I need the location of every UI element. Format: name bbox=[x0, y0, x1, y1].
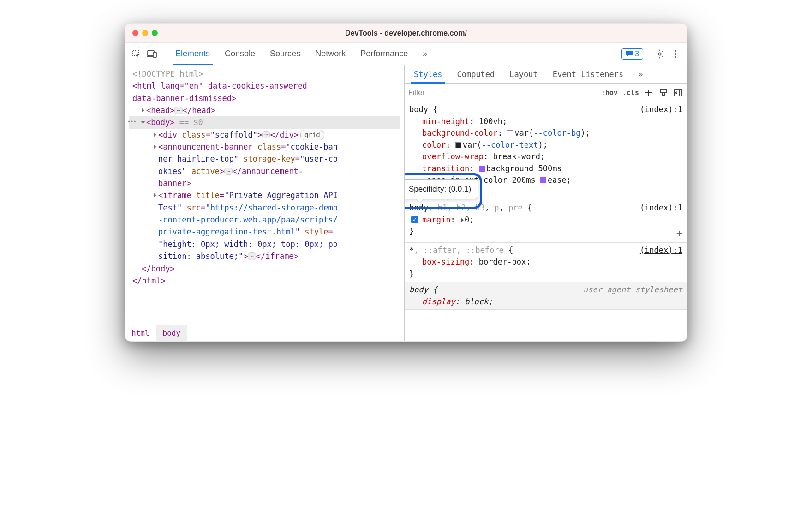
main-content: <!DOCTYPE html> <html lang="en" data-coo… bbox=[125, 65, 687, 341]
div-scaffold-node[interactable]: <div class="scaffold">⋯</div>grid bbox=[129, 129, 400, 141]
tab-sources[interactable]: Sources bbox=[263, 43, 307, 65]
source-link[interactable]: (index):1 bbox=[640, 245, 682, 257]
css-rule-ua[interactable]: body { user agent stylesheet display: bl… bbox=[405, 282, 687, 310]
dom-tree[interactable]: <!DOCTYPE html> <html lang="en" data-coo… bbox=[125, 65, 404, 325]
property-checkbox[interactable] bbox=[411, 216, 418, 223]
new-rule-icon[interactable] bbox=[644, 88, 654, 98]
inspect-icon[interactable] bbox=[130, 47, 143, 61]
stabs-overflow[interactable]: » bbox=[633, 65, 648, 84]
add-property-icon[interactable]: + bbox=[676, 225, 682, 240]
tab-console[interactable]: Console bbox=[218, 43, 262, 65]
brush-icon[interactable] bbox=[658, 88, 669, 98]
svg-rect-11 bbox=[661, 89, 666, 93]
tab-performance[interactable]: Performance bbox=[354, 43, 414, 65]
svg-rect-3 bbox=[153, 52, 156, 57]
html-close[interactable]: </html> bbox=[129, 275, 400, 287]
stab-styles[interactable]: Styles bbox=[408, 65, 448, 84]
specificity-tooltip: Specificity: (0,0,1) bbox=[405, 173, 482, 209]
cls-toggle[interactable]: .cls bbox=[622, 89, 639, 97]
svg-point-7 bbox=[675, 56, 676, 58]
stab-computed[interactable]: Computed bbox=[451, 65, 500, 84]
layout-pill[interactable]: grid bbox=[300, 130, 324, 141]
hov-toggle[interactable]: :hov bbox=[601, 89, 618, 97]
styles-tabs: Styles Computed Layout Event Listeners » bbox=[405, 65, 687, 84]
ua-source: user agent stylesheet bbox=[583, 284, 682, 296]
styles-pane: Styles Computed Layout Event Listeners »… bbox=[405, 65, 687, 341]
kebab-icon[interactable] bbox=[669, 47, 682, 61]
crumb-html[interactable]: html bbox=[125, 325, 156, 341]
source-link[interactable]: (index):1 bbox=[640, 104, 682, 116]
svg-point-4 bbox=[658, 53, 661, 55]
html-open-2[interactable]: data-banner-dismissed> bbox=[129, 92, 400, 104]
head-node[interactable]: <head>⋯</head> bbox=[129, 104, 400, 116]
tab-elements[interactable]: Elements bbox=[169, 43, 216, 65]
device-toolbar-icon[interactable] bbox=[145, 47, 159, 61]
body-node-selected[interactable]: <body> == $0 bbox=[129, 116, 400, 128]
html-open[interactable]: <html lang="en" data-cookies-answered bbox=[129, 80, 400, 92]
styles-filter-bar: :hov .cls bbox=[405, 84, 687, 102]
css-rules: body { (index):1 min-height: 100vh; back… bbox=[405, 102, 687, 341]
stab-event-listeners[interactable]: Event Listeners bbox=[547, 65, 629, 84]
devtools-window: DevTools - developer.chrome.com/ Element… bbox=[125, 23, 687, 342]
svg-point-6 bbox=[675, 53, 676, 55]
body-close[interactable]: </body> bbox=[129, 263, 400, 275]
issues-badge[interactable]: 3 bbox=[621, 48, 643, 60]
titlebar: DevTools - developer.chrome.com/ bbox=[125, 24, 687, 43]
dom-pane: <!DOCTYPE html> <html lang="en" data-coo… bbox=[125, 65, 405, 341]
doctype-node[interactable]: <!DOCTYPE html> bbox=[129, 68, 400, 80]
issues-count: 3 bbox=[635, 50, 639, 58]
window-title: DevTools - developer.chrome.com/ bbox=[125, 29, 687, 37]
stab-layout[interactable]: Layout bbox=[504, 65, 543, 84]
announcement-banner-node[interactable]: <announcement-banner class="cookie-ban bbox=[129, 141, 400, 153]
panel-toggle-icon[interactable] bbox=[673, 88, 683, 98]
tabs-overflow[interactable]: » bbox=[416, 43, 434, 65]
separator bbox=[164, 48, 164, 60]
iframe-node[interactable]: <iframe title="Private Aggregation API bbox=[129, 189, 400, 201]
svg-point-5 bbox=[675, 50, 676, 52]
breadcrumb: html body bbox=[125, 325, 404, 341]
styles-filter-input[interactable] bbox=[408, 89, 597, 97]
separator bbox=[648, 48, 648, 60]
main-toolbar: Elements Console Sources Network Perform… bbox=[125, 43, 687, 65]
source-link[interactable]: (index):1 bbox=[640, 202, 682, 214]
tab-network[interactable]: Network bbox=[309, 43, 352, 65]
css-rule-3[interactable]: *, ::after, ::before { (index):1 box-siz… bbox=[405, 243, 687, 283]
crumb-body[interactable]: body bbox=[156, 325, 188, 341]
gear-icon[interactable] bbox=[653, 47, 667, 61]
iframe-src-link[interactable]: https://shared-storage-demo bbox=[210, 203, 338, 212]
